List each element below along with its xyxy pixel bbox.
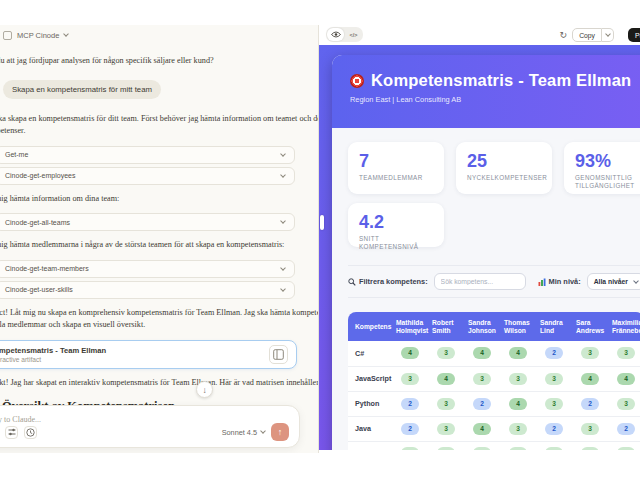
assistant-message: Låt mig hämta information om dina team: (0, 193, 318, 206)
level-cell: 2 (572, 391, 608, 416)
stat-card-kompetensniva: 4.2 SNITT KOMPETENSNIVÅ (348, 203, 444, 247)
level-cell (572, 441, 608, 450)
refresh-button[interactable]: ↻ (560, 30, 568, 40)
level-badge (437, 447, 455, 451)
chevron-down-icon (605, 31, 611, 37)
chat-message-list: Vill du att jag fördjupar analysen för n… (0, 47, 318, 414)
competence-matrix-document: Kompetensmatris - Team Ellman Region Eas… (332, 55, 640, 450)
stat-card-teammedlemmar: 7 TEAMMEDLEMMAR (348, 142, 444, 194)
stat-card-tillganglighet: 93% GENOMSNITTLIG TILLGÄNGLIGHET (564, 142, 640, 194)
tool-call-get-all-teams[interactable]: Cinode-get-all-teams (0, 213, 295, 231)
level-badge: 2 (617, 423, 635, 435)
level-cell: 4 (500, 341, 536, 366)
app-window: MCP Cinode Vill du att jag fördjupar ana… (0, 25, 640, 453)
column-header-member: Mathilda Holmqvist (392, 312, 428, 341)
level-badge: 3 (437, 347, 455, 359)
level-badge: 3 (617, 398, 635, 410)
tune-button[interactable] (5, 426, 18, 439)
level-cell: 2 (392, 391, 428, 416)
level-cell (464, 441, 500, 450)
tool-call-get-team-members[interactable]: Cinode-get-team-members (0, 260, 295, 278)
copy-button[interactable]: Copy (572, 28, 602, 42)
level-badge: 3 (401, 373, 419, 385)
min-level-label: Min nivå: (549, 277, 581, 286)
stat-value: 4.2 (359, 212, 433, 232)
level-badge: 2 (473, 398, 491, 410)
scroll-to-bottom-button[interactable]: ↓ (196, 381, 213, 398)
chat-panel: MCP Cinode Vill du att jag fördjupar ana… (0, 25, 318, 453)
publish-button[interactable]: Publish (628, 28, 640, 42)
stat-value: 7 (359, 151, 433, 171)
code-toggle-button[interactable]: </> (345, 28, 362, 41)
copy-dropdown-button[interactable] (602, 28, 614, 42)
skill-name: C# (348, 341, 392, 366)
assistant-message: Perfekt! Jag har skapat en interaktiv ko… (0, 377, 318, 390)
level-cell: 3 (428, 341, 464, 366)
level-cell: 2 (536, 341, 572, 366)
send-button[interactable]: ↑ (271, 423, 289, 441)
code-icon: </> (350, 32, 358, 38)
artifact-card-title: Kompetensmatris - Team Ellman (0, 346, 106, 355)
stat-value: 93% (575, 151, 640, 171)
tool-call-label: Cinode-get-user-skills (5, 286, 73, 293)
level-badge: 3 (545, 398, 563, 410)
level-cell (500, 441, 536, 450)
model-selector[interactable]: Sonnet 4.5 (222, 428, 265, 437)
level-badge (473, 447, 491, 451)
assistant-message: Perfect! Låt mig nu skapa en komprehensi… (0, 307, 318, 332)
level-cell: 3 (572, 416, 608, 441)
level-cell: 3 (608, 341, 640, 366)
level-badge: 3 (617, 347, 635, 359)
level-badge: 4 (401, 347, 419, 359)
project-selector[interactable]: MCP Cinode (17, 31, 59, 40)
level-badge (509, 447, 527, 451)
panel-resize-handle[interactable] (320, 215, 324, 230)
level-badge: 2 (545, 347, 563, 359)
chevron-down-icon (280, 151, 286, 157)
level-badge: 2 (581, 398, 599, 410)
column-header-member: Sandra Lind (536, 312, 572, 341)
chevron-down-icon (280, 172, 286, 178)
down-arrow-icon: ↓ (202, 385, 206, 395)
tool-call-get-employees[interactable]: Cinode-get-employees (0, 167, 295, 185)
target-icon (350, 74, 364, 88)
level-cell (536, 441, 572, 450)
tool-call-get-me[interactable]: Get-me (0, 146, 295, 164)
skill-name: Java (348, 416, 392, 441)
competence-matrix-table: KompetensMathilda HolmqvistRobert SmithS… (348, 312, 640, 450)
project-icon (3, 31, 12, 40)
assistant-message: Jag ska skapa en kompetensmatris för dit… (0, 113, 318, 138)
level-badge (545, 447, 563, 451)
level-badge: 3 (581, 423, 599, 435)
preview-toggle-button[interactable] (327, 28, 344, 41)
document-header: Kompetensmatris - Team Ellman Region Eas… (332, 55, 640, 128)
stat-label: SNITT KOMPETENSNIVÅ (359, 235, 433, 251)
history-button[interactable] (24, 426, 37, 439)
level-cell: 4 (572, 366, 608, 391)
stat-label: NYCKELKOMPETENSER (467, 174, 541, 182)
level-select[interactable]: Alla nivåer (587, 273, 640, 290)
level-badge: 3 (437, 398, 455, 410)
filter-label: Filtrera kompetens: (359, 277, 428, 286)
column-header-skill: Kompetens (348, 312, 392, 341)
chevron-down-icon (260, 428, 266, 434)
matrix-header: KompetensMathilda HolmqvistRobert SmithS… (348, 312, 640, 341)
level-cell: 3 (392, 366, 428, 391)
level-cell: 4 (500, 391, 536, 416)
tool-call-get-user-skills[interactable]: Cinode-get-user-skills (0, 281, 295, 299)
stats-grid: 7 TEAMMEDLEMMAR 25 NYCKELKOMPETENSER 93%… (348, 142, 640, 247)
matrix-row: JavaScript3433344 (348, 366, 640, 391)
level-cell: 3 (464, 366, 500, 391)
skill-name (348, 441, 392, 450)
level-badge: 4 (437, 373, 455, 385)
level-cell: 4 (428, 366, 464, 391)
artifact-preview-card[interactable]: Kompetensmatris - Team Ellman Interactiv… (0, 340, 297, 369)
matrix-row: Python2324323 (348, 391, 640, 416)
level-badge: 2 (545, 423, 563, 435)
level-cell: 3 (572, 341, 608, 366)
artifact-viewport: Kompetensmatris - Team Ellman Region Eas… (319, 45, 640, 450)
level-badge: 4 (473, 347, 491, 359)
column-header-member: Thomas Wilson (500, 312, 536, 341)
level-badge: 4 (509, 398, 527, 410)
skill-search-input[interactable] (434, 273, 526, 290)
